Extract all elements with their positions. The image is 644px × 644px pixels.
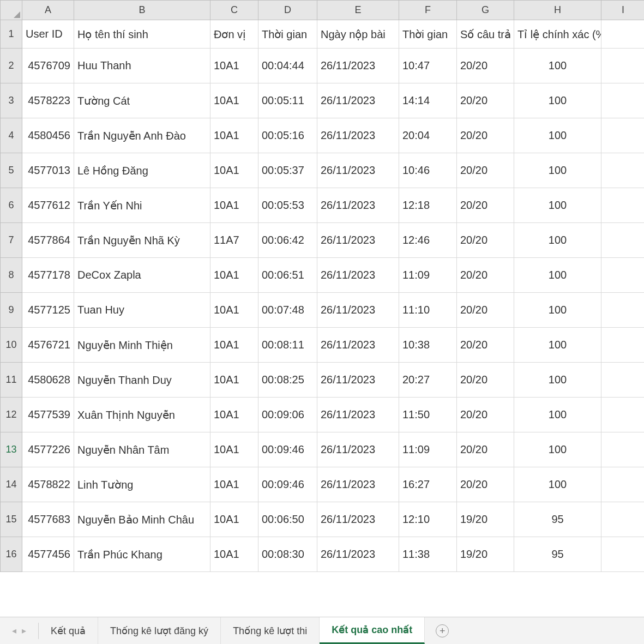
cell[interactable]: 00:04:44 <box>258 49 317 83</box>
cell[interactable]: 100 <box>514 153 601 188</box>
cell[interactable]: 26/11/2023 <box>317 49 399 83</box>
cell[interactable]: 26/11/2023 <box>317 328 399 363</box>
cell[interactable] <box>601 83 645 118</box>
cell[interactable] <box>601 398 645 432</box>
tab-next-icon[interactable]: ▸ <box>22 625 26 636</box>
cell[interactable]: 20/20 <box>457 432 514 467</box>
cell[interactable]: 10:38 <box>399 328 457 363</box>
cell[interactable] <box>601 502 645 537</box>
cell[interactable]: 100 <box>514 293 601 328</box>
cell[interactable]: 20/20 <box>457 153 514 188</box>
col-header-G[interactable]: G <box>457 1 514 20</box>
cell[interactable] <box>601 293 645 328</box>
sheet-tab[interactable]: Thống kê lượt thi <box>221 617 320 644</box>
cell[interactable] <box>601 432 645 467</box>
cell[interactable]: Nguyễn Thanh Duy <box>74 363 210 398</box>
spreadsheet-grid[interactable]: A B C D E F G H I 1User IDHọ tên thí sin… <box>0 0 644 617</box>
cell[interactable]: 26/11/2023 <box>317 118 399 153</box>
sheet-tab[interactable]: Thống kê lượt đăng ký <box>98 617 221 644</box>
cell[interactable] <box>601 118 645 153</box>
add-sheet-button[interactable]: + <box>425 624 460 637</box>
cell[interactable]: 20/20 <box>457 188 514 223</box>
cell[interactable]: Họ tên thí sinh <box>74 20 210 49</box>
cell[interactable]: 4577226 <box>22 432 74 467</box>
cell[interactable]: 4577125 <box>22 293 74 328</box>
cell[interactable]: Trần Nguyễn Anh Đào <box>74 118 210 153</box>
col-header-H[interactable]: H <box>514 1 601 20</box>
col-header-A[interactable]: A <box>22 1 74 20</box>
cell[interactable]: 10:46 <box>399 153 457 188</box>
cell[interactable]: 20/20 <box>457 83 514 118</box>
cell[interactable]: 26/11/2023 <box>317 432 399 467</box>
cell[interactable]: 26/11/2023 <box>317 293 399 328</box>
cell[interactable]: 10A1 <box>210 293 258 328</box>
row-header[interactable]: 10 <box>1 328 22 363</box>
cell[interactable]: 4578223 <box>22 83 74 118</box>
cell[interactable]: 10A1 <box>210 153 258 188</box>
cell[interactable]: 26/11/2023 <box>317 537 399 572</box>
cell[interactable]: 100 <box>514 432 601 467</box>
cell[interactable]: 11:09 <box>399 432 457 467</box>
cell[interactable]: 10A1 <box>210 467 258 502</box>
cell[interactable]: Tỉ lệ chính xác (%) <box>514 20 601 49</box>
cell[interactable]: 00:05:37 <box>258 153 317 188</box>
cell[interactable]: Trần Phúc Khang <box>74 537 210 572</box>
cell[interactable]: 19/20 <box>457 537 514 572</box>
cell[interactable]: Nguyễn Minh Thiện <box>74 328 210 363</box>
cell[interactable]: 4577612 <box>22 188 74 223</box>
cell[interactable]: 26/11/2023 <box>317 467 399 502</box>
cell[interactable]: 20:04 <box>399 118 457 153</box>
cell[interactable] <box>601 467 645 502</box>
cell[interactable]: 20/20 <box>457 467 514 502</box>
cell[interactable]: 4577539 <box>22 398 74 432</box>
cell[interactable]: 00:09:06 <box>258 398 317 432</box>
cell[interactable]: 26/11/2023 <box>317 83 399 118</box>
cell[interactable]: 00:06:50 <box>258 502 317 537</box>
row-header[interactable]: 9 <box>1 293 22 328</box>
cell[interactable]: Nguyễn Bảo Minh Châu <box>74 502 210 537</box>
cell[interactable]: 10A1 <box>210 537 258 572</box>
cell[interactable]: 20/20 <box>457 223 514 258</box>
cell[interactable]: 10:47 <box>399 49 457 83</box>
cell[interactable]: 100 <box>514 223 601 258</box>
col-header-F[interactable]: F <box>399 1 457 20</box>
cell[interactable]: 00:08:11 <box>258 328 317 363</box>
cell[interactable]: Xuân Thịnh Nguyễn <box>74 398 210 432</box>
cell[interactable]: 12:10 <box>399 502 457 537</box>
cell[interactable]: 16:27 <box>399 467 457 502</box>
cell[interactable]: 00:05:53 <box>258 188 317 223</box>
cell[interactable]: Ngày nộp bài <box>317 20 399 49</box>
cell[interactable]: 10A1 <box>210 118 258 153</box>
cell[interactable]: 20/20 <box>457 293 514 328</box>
cell[interactable]: 100 <box>514 83 601 118</box>
cell[interactable]: 26/11/2023 <box>317 153 399 188</box>
cell[interactable]: 20/20 <box>457 49 514 83</box>
cell[interactable]: 4577013 <box>22 153 74 188</box>
cell[interactable]: 95 <box>514 537 601 572</box>
row-header[interactable]: 6 <box>1 188 22 223</box>
row-header[interactable]: 11 <box>1 363 22 398</box>
cell[interactable]: 4580456 <box>22 118 74 153</box>
cell[interactable]: DeCox Zapla <box>74 258 210 293</box>
cell[interactable] <box>601 188 645 223</box>
cell[interactable]: 100 <box>514 188 601 223</box>
cell[interactable]: Thời gian <box>399 20 457 49</box>
cell[interactable]: 10A1 <box>210 328 258 363</box>
cell[interactable]: 00:05:16 <box>258 118 317 153</box>
cell[interactable]: 11:38 <box>399 537 457 572</box>
cell[interactable]: 14:14 <box>399 83 457 118</box>
cell[interactable]: 00:08:25 <box>258 363 317 398</box>
cell[interactable]: 00:06:42 <box>258 223 317 258</box>
cell[interactable]: 10A1 <box>210 432 258 467</box>
cell[interactable]: 00:09:46 <box>258 432 317 467</box>
cell[interactable]: 4577456 <box>22 537 74 572</box>
cell[interactable]: 10A1 <box>210 398 258 432</box>
cell[interactable]: 12:46 <box>399 223 457 258</box>
cell[interactable]: 20/20 <box>457 258 514 293</box>
row-header[interactable]: 5 <box>1 153 22 188</box>
cell[interactable]: Thời gian <box>258 20 317 49</box>
cell[interactable] <box>601 363 645 398</box>
cell[interactable]: Lê Hồng Đăng <box>74 153 210 188</box>
cell[interactable]: 100 <box>514 118 601 153</box>
cell[interactable]: 100 <box>514 363 601 398</box>
